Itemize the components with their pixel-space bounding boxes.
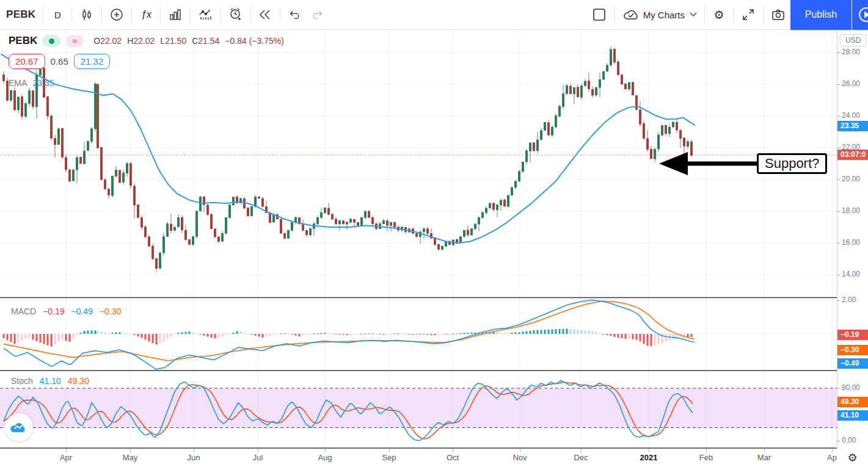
time-axis-label: Feb xyxy=(699,453,713,462)
similar-symbols-toggle[interactable]: ≈ xyxy=(65,35,84,47)
publish-idea-video-button[interactable] xyxy=(852,0,868,30)
my-charts-label: My Charts xyxy=(643,10,685,20)
toolbar-separator xyxy=(220,7,221,23)
visibility-toggle[interactable] xyxy=(42,35,60,47)
time-axis-label: Apr xyxy=(60,453,72,462)
axis-tick-label: 80.00 xyxy=(842,383,860,392)
legend-symbol[interactable]: PEBK xyxy=(9,35,37,47)
macd-label: MACD xyxy=(11,306,36,316)
high-price-tag: 21.32 xyxy=(74,54,111,69)
undo-button[interactable] xyxy=(283,3,306,26)
time-axis-label: Oct xyxy=(447,453,459,462)
approx-icon: ≈ xyxy=(72,36,77,46)
axis-price-badge: 03:07:0 xyxy=(837,150,868,160)
camera-icon xyxy=(771,7,786,22)
toolbar-separator xyxy=(733,7,734,23)
ohlc-values: O22.02 H22.02 L21.50 C21.54 −0.84 (−3.75… xyxy=(93,36,284,46)
axis-tick-label: 24.00 xyxy=(842,111,860,120)
broker-logo[interactable] xyxy=(5,413,33,441)
replay-button[interactable] xyxy=(253,3,277,26)
toolbar-separator xyxy=(101,7,102,23)
low-price-tag: 20.67 xyxy=(9,54,45,69)
green-dot-icon xyxy=(49,38,54,44)
open-label: O xyxy=(93,36,100,46)
redo-icon xyxy=(311,8,324,21)
gear-icon: ⚙ xyxy=(713,9,724,21)
low-value: 21.50 xyxy=(165,36,186,46)
low-label: L xyxy=(160,36,165,46)
stoch-k-value: 41.10 xyxy=(40,376,61,386)
macd-line-value: −0.49 xyxy=(71,306,92,316)
axis-tick-label: 14.00 xyxy=(842,270,860,278)
stoch-legend[interactable]: Stoch 41.10 49.30 xyxy=(9,375,96,386)
currency-chip[interactable]: USD xyxy=(840,34,866,46)
toolbar-separator xyxy=(763,7,764,23)
toolbar-separator xyxy=(131,7,132,23)
trading-chart-app: PEBK D ƒx xyxy=(0,0,868,467)
stoch-d-value: 49.30 xyxy=(68,376,89,386)
fundamentals-button[interactable] xyxy=(163,3,188,26)
axis-settings-gear-icon[interactable]: ⚙ xyxy=(847,452,857,463)
bar-chart-icon xyxy=(168,7,183,22)
publish-button[interactable]: Publish xyxy=(790,0,852,30)
support-annotation[interactable]: Support? xyxy=(757,153,827,174)
ema-legend[interactable]: EMA 23.35 xyxy=(9,78,54,88)
indicators-button[interactable]: ƒx xyxy=(134,3,158,26)
fullscreen-icon xyxy=(741,7,756,22)
time-axis-label: Sep xyxy=(382,453,396,462)
axis-price-badge: −0.19 xyxy=(837,330,868,340)
macd-legend[interactable]: MACD −0.19 −0.49 −0.30 xyxy=(9,306,128,317)
toolbar-separator xyxy=(704,7,705,23)
forecast-button[interactable] xyxy=(193,3,217,26)
top-toolbar: PEBK D ƒx xyxy=(0,0,868,30)
symbol-button[interactable]: PEBK xyxy=(0,3,40,26)
time-axis[interactable]: Apr May Jun Jul Aug Sep Oct Nov Dec 2021… xyxy=(0,449,837,467)
axis-tick-label: 2.00 xyxy=(842,295,856,304)
main-legend: PEBK ≈ O22.02 H22.02 L21.50 C21.54 −0.84… xyxy=(9,35,284,47)
high-value: 22.02 xyxy=(133,36,155,46)
interval-button[interactable]: D xyxy=(46,3,69,26)
ema-value: 23.35 xyxy=(32,78,54,88)
toolbar-separator xyxy=(250,7,250,23)
time-axis-label: Jul xyxy=(253,453,263,462)
ema-label: EMA xyxy=(9,78,27,88)
price-tag-row: 20.67 0.65 21.32 xyxy=(9,54,110,69)
settings-button[interactable]: ⚙ xyxy=(707,3,731,26)
my-charts-button[interactable]: My Charts xyxy=(618,3,702,26)
axis-price-badge: 23.35 xyxy=(837,121,868,131)
play-circle-icon xyxy=(852,5,868,24)
axis-tick-label: 16.00 xyxy=(842,238,860,247)
toolbar-separator xyxy=(615,7,615,23)
alert-button[interactable] xyxy=(223,3,247,26)
axis-tick-label: 26.00 xyxy=(842,79,860,88)
axis-price-badge: −0.49 xyxy=(837,358,868,369)
compare-button[interactable] xyxy=(104,3,129,26)
toolbar-left-group: PEBK D ƒx xyxy=(0,0,329,29)
price-axis[interactable]: USD 28.00 26.00 24.00 22.00 20.00 18.00 … xyxy=(837,30,868,449)
snapshot-button[interactable] xyxy=(766,3,790,26)
axis-tick-label: 20.00 xyxy=(842,175,860,183)
candlestick-icon xyxy=(79,7,94,22)
toolbar-separator xyxy=(190,7,191,23)
open-value: 22.02 xyxy=(100,36,122,46)
cloud-chart-logo-icon xyxy=(10,420,28,435)
chevron-down-icon xyxy=(690,12,697,17)
stoch-label: Stoch xyxy=(11,376,33,386)
axis-price-badge: 49.30 xyxy=(837,397,868,407)
toolbar-separator xyxy=(43,7,43,23)
layout-square-icon xyxy=(591,7,607,23)
axis-price-badge: −0.30 xyxy=(837,345,868,355)
redo-button[interactable] xyxy=(306,3,329,26)
time-axis-label: Mar xyxy=(757,453,771,462)
chart-canvas[interactable] xyxy=(0,30,868,449)
fullscreen-button[interactable] xyxy=(736,3,760,26)
alarm-clock-plus-icon xyxy=(228,7,243,22)
layout-button[interactable] xyxy=(586,3,612,26)
cloud-check-icon xyxy=(622,8,640,21)
macd-signal-value: −0.30 xyxy=(100,306,121,316)
rewind-icon xyxy=(258,7,272,22)
time-axis-label: 2021 xyxy=(640,453,658,462)
chart-style-button[interactable] xyxy=(75,3,99,26)
change-value: −0.84 (−3.75%) xyxy=(225,36,284,46)
time-axis-label: May xyxy=(123,453,138,462)
